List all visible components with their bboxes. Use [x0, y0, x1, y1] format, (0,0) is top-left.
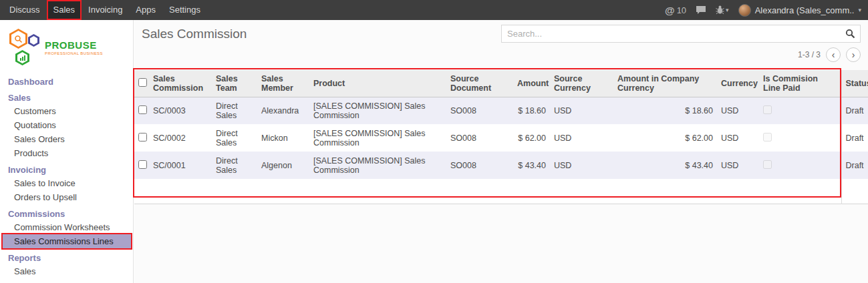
row-select-cell	[134, 152, 149, 179]
cell-is-paid	[759, 124, 841, 152]
bug-icon	[716, 5, 724, 15]
search-icon	[845, 29, 855, 39]
column-header-sales-member[interactable]: Sales Member	[257, 70, 309, 97]
sidebar-item-sales-to-invoice[interactable]: Sales to Invoice	[0, 176, 133, 190]
cell-currency: USD	[717, 97, 759, 124]
table-row[interactable]: SC/0003 Direct Sales Alexandra [SALES CO…	[134, 97, 868, 124]
cell-source-currency: USD	[550, 152, 613, 179]
logo-subtitle: PROFESSIONAL BUSINESS	[45, 51, 103, 56]
cell-currency: USD	[717, 124, 759, 152]
sidebar-header-invoicing[interactable]: Invoicing	[0, 160, 133, 176]
column-header-product[interactable]: Product	[309, 70, 446, 97]
sidebar-header-commissions[interactable]: Commissions	[0, 204, 133, 220]
chevron-left-icon: ‹	[832, 49, 835, 60]
mention-count: 10	[677, 5, 686, 15]
chevron-right-icon: ›	[852, 49, 855, 60]
cell-amount: $ 62.00	[513, 124, 550, 152]
cell-is-paid	[759, 152, 841, 179]
hexagon-magnifier-icon	[9, 29, 27, 49]
column-header-amount[interactable]: Amount	[513, 70, 550, 97]
cell-source-document: SO008	[446, 124, 513, 152]
caret-down-icon: ▾	[858, 7, 861, 13]
probuse-logo: PROBUSE PROFESSIONAL BUSINESS	[0, 20, 133, 72]
column-header-sales-team[interactable]: Sales Team	[212, 70, 257, 97]
select-all-cell	[134, 70, 149, 97]
menu-apps[interactable]: Apps	[129, 0, 162, 20]
pager: 1-3 / 3 ‹ ›	[798, 47, 861, 62]
menu-invoicing[interactable]: Invoicing	[82, 0, 129, 20]
pager-previous-button[interactable]: ‹	[826, 47, 841, 62]
cell-product: [SALES COMMISSION] Sales Commission	[309, 152, 446, 179]
row-select-checkbox[interactable]	[138, 105, 147, 114]
cell-status: Draft	[841, 124, 868, 152]
empty-row	[134, 179, 868, 204]
cell-amount: $ 43.40	[513, 152, 550, 179]
pager-next-button[interactable]: ›	[846, 47, 861, 62]
search-box	[501, 25, 861, 43]
debug-menu[interactable]: ▾	[716, 5, 729, 15]
cell-status: Draft	[841, 152, 868, 179]
cell-sales-commission: SC/0001	[149, 152, 212, 179]
sidebar: PROBUSE PROFESSIONAL BUSINESS Dashboard …	[0, 20, 134, 283]
top-navbar: Discuss Sales Invoicing Apps Settings @ …	[0, 0, 868, 20]
cell-source-currency: USD	[550, 124, 613, 152]
column-header-is-paid[interactable]: Is Commision Line Paid	[759, 70, 841, 97]
user-menu[interactable]: Alexandra (Sales_comm.. ▾	[738, 4, 861, 17]
commission-lines-table: Sales Commission Sales Team Sales Member…	[134, 70, 868, 204]
cell-status: Draft	[841, 97, 868, 124]
caret-down-icon: ▾	[726, 7, 729, 13]
chat-bubble-icon	[696, 5, 706, 15]
page-title: Sales Commission	[142, 27, 247, 41]
cell-source-document: SO008	[446, 97, 513, 124]
column-header-sales-commission[interactable]: Sales Commission	[149, 70, 212, 97]
probuse-logo-text: PROBUSE PROFESSIONAL BUSINESS	[45, 40, 103, 55]
menu-discuss[interactable]: Discuss	[3, 0, 47, 20]
is-paid-checkbox[interactable]	[763, 133, 772, 142]
mention-counter[interactable]: @ 10	[665, 5, 686, 16]
menu-settings[interactable]: Settings	[162, 0, 207, 20]
column-header-amount-company-currency[interactable]: Amount in Company Currency	[613, 70, 717, 97]
sidebar-item-customers[interactable]: Customers	[0, 104, 133, 118]
sidebar-item-products[interactable]: Products	[0, 146, 133, 160]
hexagon-blue-icon	[28, 34, 39, 47]
sidebar-item-commission-worksheets[interactable]: Commission Worksheets	[0, 220, 133, 234]
row-select-checkbox[interactable]	[138, 160, 147, 169]
user-name: Alexandra (Sales_comm..	[755, 5, 855, 15]
sidebar-item-quotations[interactable]: Quotations	[0, 118, 133, 132]
cell-sales-member: Mickon	[257, 124, 309, 152]
cell-sales-commission: SC/0002	[149, 124, 212, 152]
sidebar-header-reports[interactable]: Reports	[0, 248, 133, 264]
cell-sales-member: Algenon	[257, 152, 309, 179]
table-row[interactable]: SC/0001 Direct Sales Algenon [SALES COMM…	[134, 152, 868, 179]
cell-sales-team: Direct Sales	[212, 97, 257, 124]
sidebar-header-dashboard[interactable]: Dashboard	[0, 72, 133, 88]
column-header-status[interactable]: Status	[841, 70, 868, 97]
column-header-source-currency[interactable]: Source Currency	[550, 70, 613, 97]
row-select-checkbox[interactable]	[138, 133, 147, 142]
row-select-cell	[134, 97, 149, 124]
search-input[interactable]	[502, 29, 840, 39]
messages-icon[interactable]	[696, 5, 706, 15]
mention-icon: @	[665, 5, 675, 16]
column-header-currency[interactable]: Currency	[717, 70, 759, 97]
cell-product: [SALES COMMISSION] Sales Commission	[309, 124, 446, 152]
table-row[interactable]: SC/0002 Direct Sales Mickon [SALES COMMI…	[134, 124, 868, 152]
cell-is-paid	[759, 97, 841, 124]
menu-sales[interactable]: Sales	[47, 0, 82, 20]
sidebar-item-sales-orders[interactable]: Sales Orders	[0, 132, 133, 146]
search-button[interactable]	[840, 25, 860, 42]
column-header-source-document[interactable]: Source Document	[446, 70, 513, 97]
sidebar-item-orders-to-upsell[interactable]: Orders to Upsell	[0, 190, 133, 204]
sidebar-item-reports-sales[interactable]: Sales	[0, 264, 133, 278]
sidebar-header-sales[interactable]: Sales	[0, 88, 133, 104]
sidebar-item-sales-commissions-lines[interactable]: Sales Commissions Lines	[3, 234, 131, 248]
cell-amount: $ 18.60	[513, 97, 550, 124]
cell-currency: USD	[717, 152, 759, 179]
is-paid-checkbox[interactable]	[763, 160, 772, 169]
select-all-checkbox[interactable]	[138, 78, 147, 87]
control-panel: Sales Commission 1-3 / 3 ‹ ›	[134, 20, 868, 70]
is-paid-checkbox[interactable]	[763, 105, 772, 114]
table-header-row: Sales Commission Sales Team Sales Member…	[134, 70, 868, 97]
cell-source-document: SO008	[446, 152, 513, 179]
probuse-logo-icon	[8, 29, 40, 67]
